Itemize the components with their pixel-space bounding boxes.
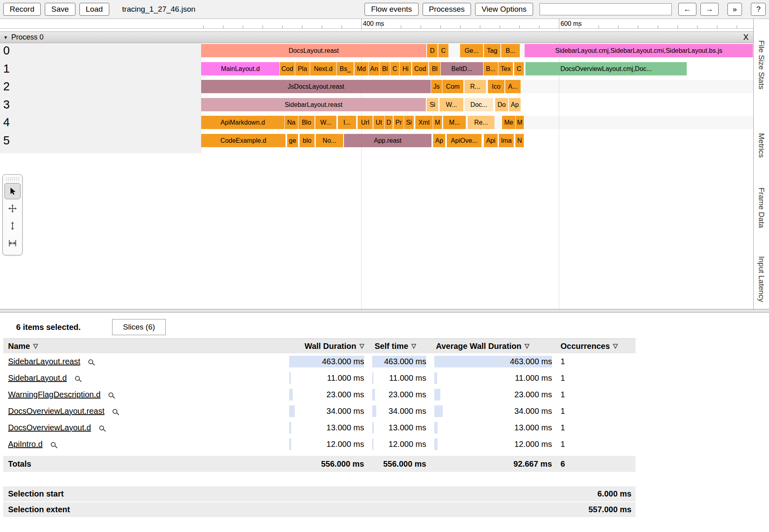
side-tab-input-latency[interactable]: Input Latency	[757, 256, 766, 302]
pan-tool-button[interactable]	[4, 200, 21, 217]
slice-name-link[interactable]: SidebarLayout.reast	[8, 353, 80, 370]
flame-slice[interactable]: Re...	[468, 116, 494, 129]
flame-slice[interactable]: An	[369, 62, 379, 75]
flame-slice[interactable]: Me	[502, 116, 515, 129]
slice-name-link[interactable]: SidebarLayout.d	[8, 370, 67, 386]
processes-button[interactable]: Processes	[423, 3, 471, 16]
flame-slice[interactable]: C	[390, 62, 399, 75]
flame-slice[interactable]: ApiOve...	[447, 134, 481, 147]
column-header-occurrences[interactable]: Occurrences▽	[554, 342, 636, 351]
flame-slice[interactable]: App.reast	[344, 134, 431, 147]
slice-name-link[interactable]: DocsOverviewLayout.d	[8, 419, 91, 436]
flame-slice[interactable]: Pr	[394, 116, 404, 129]
flame-slice[interactable]: Ap	[509, 98, 521, 111]
flame-slice[interactable]: Bl	[429, 62, 440, 75]
flame-slice[interactable]: D	[427, 44, 438, 57]
flame-slice[interactable]: Ut	[373, 116, 384, 129]
flame-slice[interactable]: Si	[404, 116, 414, 129]
slice-name-link[interactable]: DocsOverviewLayout.reast	[8, 403, 104, 419]
save-button[interactable]: Save	[45, 3, 75, 16]
flame-slice[interactable]: Tag	[484, 44, 500, 57]
flame-slice[interactable]: C	[438, 44, 448, 57]
column-header-average-wall-duration[interactable]: Average Wall Duration▽	[428, 342, 554, 351]
collapse-triangle-icon[interactable]: ▼	[3, 35, 8, 40]
process-header[interactable]: ▼ Process 0 X	[0, 31, 753, 43]
flame-slice[interactable]: ge	[287, 134, 298, 147]
flame-slice[interactable]: Na	[285, 116, 298, 129]
flame-slice[interactable]: I...	[338, 116, 356, 129]
flame-slice[interactable]: B...	[483, 62, 498, 75]
flame-slice[interactable]: M	[433, 116, 442, 129]
flame-slice[interactable]: CodeExample.d	[201, 134, 286, 147]
flame-slice[interactable]: Pla	[295, 62, 310, 75]
flame-slice[interactable]: R...	[465, 80, 486, 93]
flame-slice[interactable]: Tex	[498, 62, 513, 75]
magnifier-icon[interactable]	[99, 426, 104, 430]
magnifier-icon[interactable]	[88, 359, 93, 364]
flame-slice[interactable]: A...	[505, 80, 521, 93]
flame-slice[interactable]: SidebarLayout.cmj,SidebarLayout.cmi,Side…	[525, 44, 753, 57]
flame-slice[interactable]: C	[514, 62, 524, 75]
flame-slice[interactable]: D	[385, 116, 393, 129]
flame-slice[interactable]: Bl	[380, 62, 390, 75]
flame-slice[interactable]: DocsOverviewLayout.cmj,Doc...	[525, 62, 687, 75]
flame-slice[interactable]: Xml	[415, 116, 433, 129]
side-tab-frame-data[interactable]: Frame Data	[757, 188, 766, 228]
flame-slice[interactable]: Ap	[433, 134, 445, 147]
flame-slice[interactable]: Cod	[280, 62, 295, 75]
flame-slice[interactable]: W...	[315, 116, 336, 129]
flow-events-button[interactable]: Flow events	[365, 3, 418, 16]
nav-forward-button[interactable]: →	[700, 3, 719, 16]
flame-slice[interactable]: Ico	[488, 80, 504, 93]
flame-slice[interactable]: M...	[443, 116, 466, 129]
load-button[interactable]: Load	[79, 3, 109, 16]
flame-slice[interactable]: M	[516, 116, 524, 129]
flame-slice[interactable]: Blo	[298, 116, 315, 129]
nav-back-button[interactable]: ←	[678, 3, 696, 16]
slice-name-link[interactable]: WarningFlagDescription.d	[8, 386, 100, 403]
flame-slice[interactable]: Cod	[412, 62, 428, 75]
side-tab-metrics[interactable]: Metrics	[757, 133, 766, 158]
timing-tool-button[interactable]	[4, 235, 21, 251]
magnifier-icon[interactable]	[108, 392, 113, 397]
flame-slice[interactable]: Js	[431, 80, 442, 93]
flame-slice[interactable]: Api	[484, 134, 498, 147]
column-header-name[interactable]: Name▽	[3, 342, 287, 351]
flame-slice[interactable]: Url	[358, 116, 373, 129]
flame-slice[interactable]: Si	[427, 98, 438, 111]
flame-slice[interactable]: BeltD...	[441, 62, 483, 75]
flame-slice[interactable]: DocsLayout.reast	[201, 44, 426, 57]
flame-slice[interactable]: No...	[316, 134, 343, 147]
tab-slices[interactable]: Slices (6)	[112, 319, 166, 335]
flame-slice[interactable]: Ima	[499, 134, 514, 147]
flame-slice[interactable]: W...	[440, 98, 463, 111]
slice-name-link[interactable]: ApiIntro.d	[8, 436, 43, 453]
flame-slice[interactable]: Next.d	[310, 62, 336, 75]
flame-slice[interactable]: blo	[300, 134, 315, 147]
flame-slice[interactable]: B...	[501, 44, 520, 57]
flame-slice[interactable]: Do	[495, 98, 508, 111]
flame-slice[interactable]: Ge...	[460, 44, 483, 57]
zoom-tool-button[interactable]	[4, 218, 21, 234]
flame-slice[interactable]: Com	[442, 80, 463, 93]
panel-splitter[interactable]	[0, 309, 769, 313]
flame-slice[interactable]: MainLayout.d	[201, 62, 279, 75]
flame-slice[interactable]: ApiMarkdown.d	[201, 116, 284, 129]
nav-jump-button[interactable]: »	[727, 3, 742, 16]
selection-tool-button[interactable]	[4, 183, 21, 199]
flame-slice[interactable]: N	[515, 134, 524, 147]
flame-slice[interactable]: SidebarLayout.reast	[201, 98, 426, 111]
magnifier-icon[interactable]	[113, 409, 117, 414]
column-header-self-time[interactable]: Self time▽	[366, 342, 428, 351]
help-button[interactable]: ?	[751, 3, 766, 16]
column-header-wall-duration[interactable]: Wall Duration▽	[287, 342, 366, 351]
magnifier-icon[interactable]	[51, 442, 56, 447]
side-tab-file-size-stats[interactable]: File Size Stats	[757, 40, 766, 89]
view-options-button[interactable]: View Options	[475, 3, 533, 16]
flame-slice[interactable]: Bs_	[337, 62, 354, 75]
magnifier-icon[interactable]	[75, 376, 80, 381]
process-close-button[interactable]: X	[743, 33, 748, 42]
flame-slice[interactable]: JsDocsLayout.reast	[201, 80, 431, 93]
flame-slice[interactable]: Md	[354, 62, 368, 75]
flame-slice[interactable]: Doc...	[465, 98, 493, 111]
